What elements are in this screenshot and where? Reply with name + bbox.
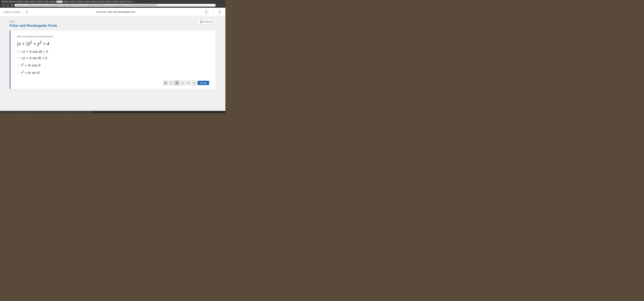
- equation-main: (x + 2)2 + y2 = 4: [17, 40, 209, 46]
- tab-838b[interactable]: ≡ 838: [44, 1, 49, 3]
- page-1-button[interactable]: 1: [168, 80, 174, 86]
- next-label: Next ▶: [200, 82, 206, 84]
- tab-838a[interactable]: ≡ 838: [24, 1, 29, 3]
- tab-d2l-50[interactable]: D2L 5.0!: [50, 1, 56, 3]
- answer-option-3[interactable]: r2 = 4r cos θ: [17, 63, 209, 68]
- tab-dar[interactable]: Dar: [126, 1, 130, 3]
- question-text: What is the polar form of this equation?: [17, 35, 209, 38]
- tab-d2l-505[interactable]: D2L 5.05: [36, 1, 44, 3]
- address-bar[interactable]: learning.k12.com/d2l/le/enhancedSequence…: [14, 4, 216, 7]
- reading-off-button[interactable]: 🎧 Reading Off: [198, 20, 216, 24]
- tab-d2l-50b[interactable]: D2L 5.0.: [63, 1, 70, 3]
- radio-4[interactable]: [17, 71, 19, 74]
- option-1-text: r (r + 4 cos θ) = 0: [21, 50, 48, 54]
- tab-d2l-41a[interactable]: D2L 4.1.: [70, 1, 76, 3]
- tab-d2l-41b[interactable]: D2L 4.1.: [77, 1, 84, 3]
- option-4-text: r2 = 4r sin θ: [21, 70, 39, 75]
- quiz-card: What is the polar form of this equation?…: [10, 30, 216, 89]
- bookmark-icon: ☆: [217, 4, 218, 6]
- radio-3[interactable]: [17, 64, 19, 66]
- tab-d2l-509[interactable]: D2L 5.09: [9, 1, 16, 3]
- option-3-text: r2 = 4r cos θ: [21, 63, 40, 68]
- radio-1[interactable]: [17, 51, 19, 53]
- radio-2[interactable]: [17, 57, 19, 59]
- hamburger-menu-icon[interactable]: ☰: [26, 11, 28, 14]
- page-3-button[interactable]: 3: [180, 80, 185, 86]
- prev-nav-button[interactable]: ❮: [204, 9, 209, 15]
- page-title: 5.04 Quiz: Polar and Rectangular Form: [30, 11, 202, 13]
- tab-d2l-40c[interactable]: D2L 4.0.: [105, 1, 112, 3]
- tab-d2l-40e[interactable]: D2L 4.0.: [119, 1, 126, 3]
- reading-off-container: 🎧 Reading Off: [10, 20, 216, 24]
- browser-chrome: D2L 5.11 D2L 5.09 D2L 5.07 ≡ 838 D2L 5.0…: [0, 0, 226, 8]
- question-wrapper: What is the polar form of this equation?…: [10, 30, 216, 89]
- answer-options: r (r + 4 cos θ) = 0 r (r + 4 sin θ) = 0 …: [17, 50, 209, 75]
- status-url: https://learning.k12.com/d2l/lms/quizzin…: [1, 111, 94, 113]
- tab-d2l-40d[interactable]: D2L 4.0.: [112, 1, 119, 3]
- back-arrow-icon: ❮: [3, 11, 5, 13]
- answer-option-4[interactable]: r2 = 4r sin θ: [17, 70, 209, 75]
- tab-bar: D2L 5.11 D2L 5.09 D2L 5.07 ≡ 838 D2L 5.0…: [1, 1, 224, 3]
- pagination: ◀ 1 2 3 4 5 Next ▶: [17, 79, 209, 86]
- tab-d2l-40a[interactable]: D2L 4.0!: [91, 1, 98, 3]
- url-bar-row: ‹ › ↻ learning.k12.com/d2l/le/enhancedSe…: [1, 3, 224, 7]
- more-options-icon[interactable]: ⋮: [212, 10, 214, 14]
- status-bar: https://learning.k12.com/d2l/lms/quizzin…: [0, 111, 226, 113]
- back-to-content-link[interactable]: ❮ Back to Content: [3, 11, 20, 13]
- page-4-button[interactable]: 4: [186, 80, 191, 86]
- tab-d2l-00[interactable]: D2L 0.0!: [84, 1, 91, 3]
- page-5-button[interactable]: 5: [192, 80, 197, 86]
- quiz-title: Polar and Rectangular Form: [10, 24, 216, 28]
- menu-icon: ⋮: [222, 4, 224, 6]
- top-nav: ❮ Back to Content ☰ 5.04 Quiz: Polar and…: [0, 8, 226, 16]
- reading-off-label: Reading Off: [203, 21, 214, 23]
- answer-option-1[interactable]: r (r + 4 cos θ) = 0: [17, 50, 209, 54]
- tab-d2l-507a[interactable]: D2L 5.07: [16, 1, 23, 3]
- next-nav-button[interactable]: ❯: [217, 9, 222, 15]
- back-button[interactable]: ‹: [2, 4, 5, 7]
- back-to-content-label: Back to Content: [5, 11, 20, 13]
- next-button[interactable]: Next ▶: [198, 81, 209, 85]
- tab-d2l-40b[interactable]: D2L 4.0.: [98, 1, 105, 3]
- answer-option-2[interactable]: r (r + 4 sin θ) = 0: [17, 56, 209, 60]
- nav-divider: [23, 10, 23, 14]
- extension-icon: □: [220, 4, 220, 6]
- tab-d2l-active[interactable]: D2L ✕: [56, 1, 62, 3]
- option-2-text: r (r + 4 sin θ) = 0: [21, 56, 47, 60]
- headphones-icon: 🎧: [200, 21, 202, 23]
- tab-d2l-511[interactable]: D2L 5.11: [1, 1, 8, 3]
- pagination-prev-button[interactable]: ◀: [163, 80, 168, 86]
- forward-button[interactable]: ›: [6, 4, 9, 7]
- tab-d2l-507b[interactable]: D2L 5.07: [29, 1, 36, 3]
- main-container: ❮ Back to Content ☰ 5.04 Quiz: Polar and…: [0, 8, 226, 111]
- tab-new[interactable]: +: [130, 1, 133, 3]
- content-area: 🎧 Reading Off QUIZ: Polar and Rectangula…: [0, 16, 226, 92]
- reload-button[interactable]: ↻: [10, 4, 14, 7]
- page-2-button[interactable]: 2: [174, 80, 180, 86]
